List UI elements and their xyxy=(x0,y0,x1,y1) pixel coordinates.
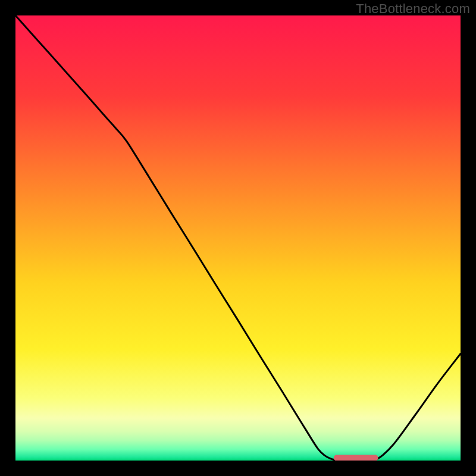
chart-svg xyxy=(15,15,461,461)
chart-frame xyxy=(15,15,461,461)
optimum-marker xyxy=(334,455,378,461)
watermark-text: TheBottleneck.com xyxy=(356,1,470,17)
gradient-background xyxy=(15,15,461,461)
